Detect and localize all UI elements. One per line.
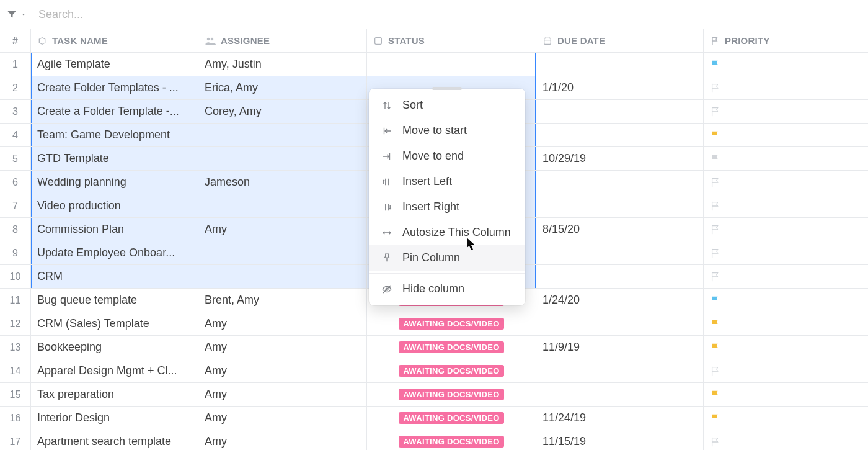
menu-insert-left[interactable]: Insert Left bbox=[369, 169, 525, 194]
menu-move-start[interactable]: Move to start bbox=[369, 118, 525, 143]
task-name-cell[interactable]: CRM (Sales) Template bbox=[31, 312, 198, 335]
task-name-cell[interactable]: GTD Template bbox=[31, 147, 198, 170]
due-date-cell[interactable]: 8/15/20 bbox=[536, 218, 704, 241]
status-cell[interactable]: AWAITING DOCS/VIDEO bbox=[367, 407, 536, 430]
task-name-cell[interactable]: Create a Folder Template -... bbox=[31, 100, 198, 123]
column-header-assignee[interactable]: ASSIGNEE bbox=[198, 29, 367, 52]
menu-hide[interactable]: Hide column bbox=[369, 276, 525, 302]
priority-cell[interactable] bbox=[704, 383, 868, 406]
priority-cell[interactable] bbox=[704, 124, 868, 146]
task-name-cell[interactable]: Tax preparation bbox=[31, 383, 198, 406]
priority-cell[interactable] bbox=[704, 312, 868, 335]
due-date-cell[interactable] bbox=[536, 241, 704, 264]
assignee-cell[interactable]: Amy, Justin bbox=[198, 53, 367, 76]
task-name-cell[interactable]: Video production bbox=[31, 194, 198, 217]
assignee-cell[interactable]: Brent, Amy bbox=[198, 289, 367, 312]
table-row[interactable]: 16Interior DesignAmyAWAITING DOCS/VIDEO1… bbox=[0, 407, 868, 430]
assignee-cell[interactable]: Jameson bbox=[198, 171, 367, 194]
assignee-cell[interactable] bbox=[198, 147, 367, 170]
due-date-cell[interactable] bbox=[536, 171, 704, 194]
status-cell[interactable]: AWAITING DOCS/VIDEO bbox=[367, 383, 536, 406]
priority-cell[interactable] bbox=[704, 147, 868, 170]
table-row[interactable]: 17Apartment search templateAmyAWAITING D… bbox=[0, 430, 868, 450]
due-date-cell[interactable] bbox=[536, 124, 704, 146]
task-name-cell[interactable]: Apparel Design Mgmt + Cl... bbox=[31, 359, 198, 382]
due-date-cell[interactable] bbox=[536, 312, 704, 335]
priority-cell[interactable] bbox=[704, 430, 868, 450]
table-row[interactable]: 1Agile TemplateAmy, Justin bbox=[0, 53, 868, 76]
priority-cell[interactable] bbox=[704, 53, 868, 76]
priority-cell[interactable] bbox=[704, 336, 868, 359]
task-name-cell[interactable]: Team: Game Development bbox=[31, 124, 198, 146]
assignee-cell[interactable]: Corey, Amy bbox=[198, 100, 367, 123]
menu-pin[interactable]: Pin Column bbox=[369, 245, 525, 271]
due-date-cell[interactable] bbox=[536, 53, 704, 76]
menu-move-end[interactable]: Move to end bbox=[369, 143, 525, 169]
menu-sort[interactable]: Sort bbox=[369, 92, 525, 118]
menu-autosize[interactable]: Autosize This Column bbox=[369, 220, 525, 245]
search-input[interactable] bbox=[33, 6, 219, 24]
task-name-cell[interactable]: Wedding planning bbox=[31, 171, 198, 194]
assignee-cell[interactable]: Amy bbox=[198, 312, 367, 335]
task-name-cell[interactable]: Commission Plan bbox=[31, 218, 198, 241]
priority-flag-icon bbox=[710, 413, 721, 424]
column-header-priority[interactable]: PRIORITY bbox=[704, 29, 868, 52]
due-date-cell[interactable] bbox=[536, 359, 704, 382]
task-name-cell[interactable]: Create Folder Templates - ... bbox=[31, 76, 198, 99]
due-date-cell[interactable]: 11/9/19 bbox=[536, 336, 704, 359]
task-name-cell[interactable]: Apartment search template bbox=[31, 430, 198, 450]
due-date-cell[interactable]: 11/15/19 bbox=[536, 430, 704, 450]
table-row[interactable]: 13BookkeepingAmyAWAITING DOCS/VIDEO11/9/… bbox=[0, 336, 868, 359]
assignee-cell[interactable] bbox=[198, 241, 367, 264]
due-date-cell[interactable] bbox=[536, 265, 704, 288]
priority-cell[interactable] bbox=[704, 241, 868, 264]
priority-cell[interactable] bbox=[704, 218, 868, 241]
priority-cell[interactable] bbox=[704, 359, 868, 382]
menu-insert-right[interactable]: Insert Right bbox=[369, 194, 525, 220]
priority-cell[interactable] bbox=[704, 265, 868, 288]
status-cell[interactable]: AWAITING DOCS/VIDEO bbox=[367, 312, 536, 335]
assignee-cell[interactable]: Amy bbox=[198, 430, 367, 450]
column-header-number[interactable]: # bbox=[0, 29, 31, 52]
task-name-cell[interactable]: Update Employee Onboar... bbox=[31, 241, 198, 264]
due-date-cell[interactable]: 10/29/19 bbox=[536, 147, 704, 170]
due-date-cell[interactable] bbox=[536, 194, 704, 217]
table-row[interactable]: 14Apparel Design Mgmt + Cl...AmyAWAITING… bbox=[0, 359, 868, 383]
assignee-cell[interactable]: Amy bbox=[198, 359, 367, 382]
due-date-cell[interactable] bbox=[536, 383, 704, 406]
due-date-cell[interactable]: 1/24/20 bbox=[536, 289, 704, 312]
column-header-due[interactable]: DUE DATE bbox=[536, 29, 704, 52]
assignee-cell[interactable]: Erica, Amy bbox=[198, 76, 367, 99]
column-header-task[interactable]: TASK NAME bbox=[31, 29, 198, 52]
due-date-cell[interactable]: 1/1/20 bbox=[536, 76, 704, 99]
assignee-cell[interactable] bbox=[198, 124, 367, 146]
assignee-cell[interactable]: Amy bbox=[198, 336, 367, 359]
priority-cell[interactable] bbox=[704, 194, 868, 217]
table-row[interactable]: 15Tax preparationAmyAWAITING DOCS/VIDEO bbox=[0, 383, 868, 407]
task-name-cell[interactable]: CRM bbox=[31, 265, 198, 288]
column-header-status[interactable]: STATUS bbox=[367, 29, 536, 52]
priority-cell[interactable] bbox=[704, 289, 868, 312]
assignee-cell[interactable]: Amy bbox=[198, 383, 367, 406]
filter-button[interactable] bbox=[6, 9, 27, 20]
due-date-cell[interactable] bbox=[536, 100, 704, 123]
task-name-cell[interactable]: Bug queue template bbox=[31, 289, 198, 312]
assignee-cell[interactable] bbox=[198, 265, 367, 288]
assignee-cell[interactable] bbox=[198, 194, 367, 217]
priority-cell[interactable] bbox=[704, 171, 868, 194]
priority-cell[interactable] bbox=[704, 76, 868, 99]
status-cell[interactable]: AWAITING DOCS/VIDEO bbox=[367, 336, 536, 359]
table-row[interactable]: 12CRM (Sales) TemplateAmyAWAITING DOCS/V… bbox=[0, 312, 868, 336]
priority-cell[interactable] bbox=[704, 100, 868, 123]
due-date-cell[interactable]: 11/24/19 bbox=[536, 407, 704, 430]
task-name-cell[interactable]: Bookkeeping bbox=[31, 336, 198, 359]
task-name-cell[interactable]: Interior Design bbox=[31, 407, 198, 430]
assignee-cell[interactable]: Amy bbox=[198, 218, 367, 241]
status-cell[interactable]: AWAITING DOCS/VIDEO bbox=[367, 430, 536, 450]
menu-move-end-label: Move to end bbox=[402, 150, 464, 163]
status-cell[interactable] bbox=[367, 53, 536, 76]
priority-cell[interactable] bbox=[704, 407, 868, 430]
task-name-cell[interactable]: Agile Template bbox=[31, 53, 198, 76]
status-cell[interactable]: AWAITING DOCS/VIDEO bbox=[367, 359, 536, 382]
assignee-cell[interactable]: Amy bbox=[198, 407, 367, 430]
